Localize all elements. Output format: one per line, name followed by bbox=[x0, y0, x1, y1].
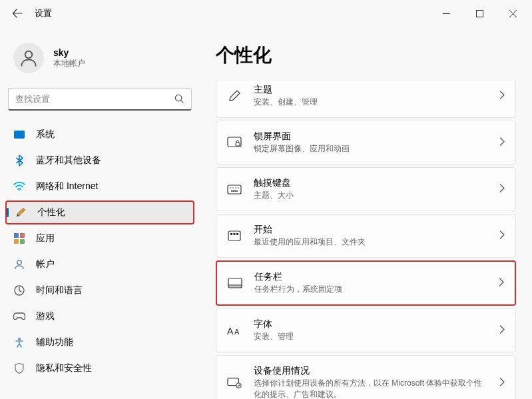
item-title: 触摸键盘 bbox=[254, 177, 487, 189]
svg-rect-19 bbox=[231, 191, 238, 192]
settings-item-taskbar[interactable]: 任务栏 任务栏行为，系统固定项 bbox=[216, 260, 516, 306]
item-desc: 选择你计划使用设备的所有方法，以在 Microsoft 体验中获取个性化的提示、… bbox=[254, 378, 487, 399]
search-icon bbox=[174, 94, 184, 104]
privacy-icon bbox=[13, 362, 25, 374]
account-section[interactable]: sky 本地帐户 bbox=[5, 37, 194, 84]
item-title: 主题 bbox=[254, 84, 487, 96]
settings-item-lockscreen[interactable]: 锁屏界面 锁定屏幕图像、应用和动画 bbox=[216, 121, 516, 165]
item-title: 开始 bbox=[254, 224, 487, 236]
font-icon: AA bbox=[227, 323, 242, 338]
content-area: sky 本地帐户 系统 蓝牙和其他设备 bbox=[0, 27, 532, 399]
user-icon bbox=[19, 48, 39, 68]
chevron-right-icon bbox=[499, 183, 505, 195]
minimize-button[interactable] bbox=[432, 4, 460, 23]
svg-text:A: A bbox=[227, 326, 234, 336]
svg-rect-0 bbox=[476, 10, 483, 17]
svg-point-2 bbox=[175, 95, 181, 101]
sidebar-item-label: 隐私和安全性 bbox=[36, 362, 92, 374]
close-button[interactable] bbox=[499, 4, 527, 23]
search-box[interactable] bbox=[8, 88, 192, 111]
sidebar-item-accounts[interactable]: 帐户 bbox=[5, 252, 194, 276]
item-desc: 安装、管理 bbox=[254, 331, 487, 342]
svg-rect-22 bbox=[234, 233, 236, 235]
item-desc: 锁定屏幕图像、应用和动画 bbox=[254, 143, 487, 155]
item-desc: 安装、创建、管理 bbox=[254, 97, 487, 108]
sidebar-item-accessibility[interactable]: 辅助功能 bbox=[5, 330, 194, 354]
svg-point-4 bbox=[19, 190, 20, 191]
item-text: 任务栏 任务栏行为，系统固定项 bbox=[254, 271, 487, 295]
titlebar: 设置 bbox=[0, 0, 532, 27]
item-title: 锁屏界面 bbox=[254, 131, 487, 143]
search-input[interactable] bbox=[15, 94, 174, 104]
settings-item-fonts[interactable]: AA 字体 安装、管理 bbox=[216, 308, 516, 352]
item-title: 任务栏 bbox=[254, 271, 487, 283]
sidebar-item-label: 蓝牙和其他设备 bbox=[36, 155, 101, 167]
system-icon bbox=[13, 129, 25, 141]
wifi-icon bbox=[13, 181, 25, 193]
sidebar-item-personalization[interactable]: 个性化 bbox=[5, 200, 194, 224]
sidebar-item-label: 辅助功能 bbox=[36, 336, 73, 348]
svg-rect-3 bbox=[14, 131, 25, 139]
lockscreen-icon bbox=[227, 135, 242, 150]
item-text: 触摸键盘 主题、大小 bbox=[254, 177, 487, 201]
svg-point-9 bbox=[17, 260, 21, 264]
maximize-icon bbox=[476, 10, 483, 17]
settings-item-touch-keyboard[interactable]: 触摸键盘 主题、大小 bbox=[216, 167, 516, 211]
sidebar-item-bluetooth[interactable]: 蓝牙和其他设备 bbox=[5, 149, 194, 173]
svg-point-17 bbox=[235, 187, 236, 189]
avatar bbox=[13, 43, 44, 73]
settings-item-start[interactable]: 开始 最近使用的应用和项目、文件夹 bbox=[216, 214, 516, 258]
sidebar: sky 本地帐户 系统 蓝牙和其他设备 bbox=[0, 27, 200, 399]
svg-rect-23 bbox=[236, 233, 238, 235]
sidebar-item-gaming[interactable]: 游戏 bbox=[5, 304, 194, 328]
account-icon bbox=[13, 258, 25, 270]
sidebar-item-system[interactable]: 系统 bbox=[5, 123, 194, 147]
settings-item-theme[interactable]: 主题 安装、创建、管理 bbox=[216, 81, 516, 118]
sidebar-item-label: 帐户 bbox=[36, 258, 55, 270]
svg-rect-13 bbox=[236, 143, 240, 146]
minimize-icon bbox=[443, 10, 450, 17]
svg-rect-21 bbox=[230, 233, 232, 235]
nav-list: 系统 蓝牙和其他设备 网络和 Internet 个性化 bbox=[5, 123, 194, 380]
sidebar-item-apps[interactable]: 应用 bbox=[5, 226, 194, 250]
item-text: 设备使用情况 选择你计划使用设备的所有方法，以在 Microsoft 体验中获取… bbox=[254, 365, 487, 399]
back-button[interactable] bbox=[5, 1, 29, 25]
chevron-right-icon bbox=[499, 277, 504, 289]
settings-item-device-usage[interactable]: 设备使用情况 选择你计划使用设备的所有方法，以在 Microsoft 体验中获取… bbox=[216, 355, 516, 399]
sidebar-item-label: 游戏 bbox=[36, 310, 55, 322]
time-language-icon bbox=[13, 284, 25, 296]
sidebar-item-privacy[interactable]: 隐私和安全性 bbox=[5, 356, 194, 380]
account-name: sky bbox=[53, 47, 85, 58]
item-title: 设备使用情况 bbox=[254, 365, 487, 377]
sidebar-item-label: 系统 bbox=[36, 129, 55, 141]
accessibility-icon bbox=[13, 336, 25, 348]
svg-point-15 bbox=[230, 187, 231, 189]
maximize-button[interactable] bbox=[465, 4, 493, 23]
sidebar-item-time-language[interactable]: 时间和语言 bbox=[5, 278, 194, 302]
svg-rect-14 bbox=[228, 185, 241, 194]
svg-rect-7 bbox=[14, 239, 19, 244]
item-text: 锁屏界面 锁定屏幕图像、应用和动画 bbox=[254, 131, 487, 155]
sidebar-item-label: 个性化 bbox=[37, 206, 65, 218]
apps-icon bbox=[13, 232, 25, 244]
keyboard-icon bbox=[227, 182, 242, 197]
chevron-right-icon bbox=[499, 230, 505, 242]
sidebar-item-label: 网络和 Internet bbox=[36, 181, 98, 193]
svg-point-16 bbox=[232, 187, 234, 189]
sidebar-item-label: 时间和语言 bbox=[36, 284, 83, 296]
svg-rect-5 bbox=[14, 233, 19, 238]
paint-icon bbox=[227, 89, 242, 103]
account-text: sky 本地帐户 bbox=[53, 47, 85, 69]
svg-point-18 bbox=[238, 187, 239, 189]
sidebar-item-network[interactable]: 网络和 Internet bbox=[5, 175, 194, 199]
item-desc: 主题、大小 bbox=[254, 190, 487, 201]
svg-point-1 bbox=[25, 51, 33, 59]
chevron-right-icon bbox=[499, 377, 505, 389]
svg-rect-8 bbox=[20, 239, 25, 244]
settings-list: 主题 安装、创建、管理 锁屏界面 锁定屏幕图像、应用和动画 bbox=[216, 81, 516, 399]
item-title: 字体 bbox=[254, 318, 487, 330]
chevron-right-icon bbox=[499, 90, 505, 102]
svg-text:A: A bbox=[234, 328, 240, 336]
svg-point-11 bbox=[18, 338, 21, 340]
start-icon bbox=[227, 228, 242, 243]
